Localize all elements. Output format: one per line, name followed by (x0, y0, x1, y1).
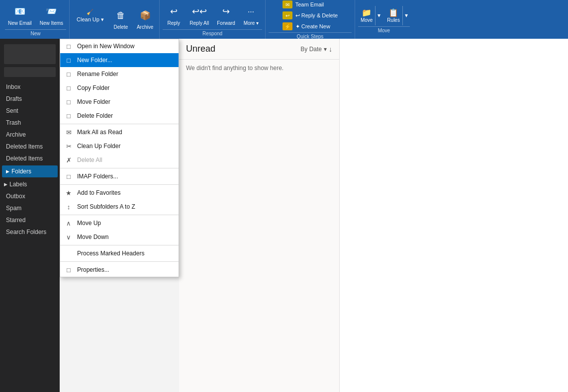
sidebar-item-search-folders[interactable]: Search Folders (0, 226, 60, 238)
rules-label: Rules (387, 17, 400, 23)
cm-item-process-marked[interactable]: Process Marked Headers (60, 246, 179, 260)
move-label: Move (361, 17, 373, 23)
email-list-header: Unread By Date ▾ ↓ (179, 39, 339, 60)
team-email-icon: ✉ (283, 0, 292, 8)
move-arrow-button[interactable]: ▾ (375, 6, 382, 25)
reply-delete-label: ↩ Reply & Delete (295, 12, 338, 19)
archive-icon: 📦 (138, 9, 152, 23)
cm-item-delete-folder[interactable]: □Delete Folder (60, 109, 179, 123)
cm-label-move-down: Move Down (77, 234, 173, 240)
team-email-label: Team Email (295, 1, 324, 7)
labels-chevron: ▶ (4, 182, 7, 187)
cm-item-clean-up-folder[interactable]: ✂Clean Up Folder (60, 139, 179, 153)
sidebar-group-folders[interactable]: ▶ Folders (2, 165, 58, 177)
cleanup-label: Clean Up ▾ (77, 16, 104, 23)
new-email-button[interactable]: 📧 New Email (5, 3, 35, 28)
cm-item-move-up[interactable]: ∧Move Up (60, 216, 179, 230)
forward-label: Forward (217, 20, 235, 26)
archive-label: Archive (6, 131, 26, 138)
cm-icon-sort-subfolders: ↕ (64, 202, 73, 211)
sidebar: Inbox Drafts Sent Trash Archive Deleted … (0, 39, 60, 392)
sidebar-item-trash[interactable]: Trash (0, 117, 60, 129)
cm-item-move-down[interactable]: ∨Move Down (60, 230, 179, 244)
sort-arrow-icon: ↓ (329, 45, 332, 53)
reply-button[interactable]: ↩ Reply (163, 3, 185, 28)
cm-label-delete-folder: Delete Folder (77, 112, 173, 119)
cm-item-properties[interactable]: □Properties... (60, 263, 179, 277)
cm-item-add-favorites[interactable]: ★Add to Favorites (60, 186, 179, 200)
cm-item-open-new-window[interactable]: □Open in New Window (60, 39, 179, 53)
ribbon-group-new: 📧 New Email 📨 New Items New (2, 0, 70, 39)
reply-label: Reply (168, 20, 181, 26)
context-menu: □Open in New Window□New Folder...□Rename… (60, 39, 179, 277)
more-label: More ▾ (244, 20, 259, 26)
sidebar-item-outbox[interactable]: Outbox (0, 190, 60, 202)
sidebar-item-sent[interactable]: Sent (0, 105, 60, 117)
sort-dropdown-icon: ▾ (324, 46, 327, 53)
cm-item-copy-folder[interactable]: □Copy Folder (60, 81, 179, 95)
context-menu-area: □Open in New Window□New Folder...□Rename… (60, 39, 179, 392)
rules-icon: 📋 (388, 8, 398, 17)
sidebar-item-deleted-1[interactable]: Deleted Items (0, 141, 60, 153)
cm-separator-after-delete-folder (60, 124, 179, 124)
sidebar-item-deleted-2[interactable]: Deleted Items (0, 153, 60, 164)
cleanup-btn-row: Clean Up ▾ (77, 16, 104, 23)
sort-label: By Date (300, 46, 322, 53)
cm-item-imap-folders[interactable]: □IMAP Folders... (60, 169, 179, 183)
starred-label: Starred (6, 217, 25, 224)
reading-pane (339, 39, 568, 392)
reply-icon: ↩ (167, 5, 181, 19)
move-main-button[interactable]: 📁 Move (358, 6, 375, 25)
team-email-step[interactable]: ✉ Team Email (280, 0, 341, 9)
reply-all-button[interactable]: ↩↩ Reply All (187, 3, 212, 28)
sidebar-item-inbox[interactable]: Inbox (0, 81, 60, 93)
archive-button[interactable]: 📦 Archive (134, 7, 156, 32)
cm-icon-move-down: ∨ (64, 233, 73, 241)
reply-delete-step[interactable]: ↩ ↩ Reply & Delete (280, 10, 341, 20)
delete-icon: 🗑 (114, 9, 128, 23)
sidebar-item-starred[interactable]: Starred (0, 214, 60, 226)
cm-separator-after-process-marked (60, 261, 179, 262)
ribbon-group-respond: ↩ Reply ↩↩ Reply All ↪ Forward ⋯ More ▾ … (160, 0, 266, 39)
cm-label-process-marked: Process Marked Headers (77, 250, 173, 257)
forward-icon: ↪ (219, 5, 233, 19)
sidebar-item-spam[interactable]: Spam (0, 202, 60, 214)
cm-item-move-folder[interactable]: □Move Folder (60, 95, 179, 109)
cm-separator-after-move-down (60, 245, 179, 245)
sort-control[interactable]: By Date ▾ ↓ (300, 45, 332, 53)
forward-button[interactable]: ↪ Forward (214, 3, 238, 28)
ribbon-group-move: 📁 Move ▾ 📋 Rules ▾ Move (355, 0, 413, 39)
sidebar-item-archive[interactable]: Archive (0, 129, 60, 141)
spam-label: Spam (6, 205, 21, 212)
reply-all-icon: ↩↩ (192, 5, 206, 19)
cm-label-copy-folder: Copy Folder (77, 84, 173, 91)
move-split: 📁 Move ▾ (358, 6, 382, 25)
cm-item-rename-folder[interactable]: □Rename Folder (60, 67, 179, 81)
cm-label-clean-up-folder: Clean Up Folder (77, 143, 173, 150)
rules-main-button[interactable]: 📋 Rules (384, 6, 402, 25)
create-new-step[interactable]: ⚡ ✦ Create New (280, 21, 341, 31)
email-list-title: Unread (186, 44, 215, 54)
cm-icon-properties: □ (64, 265, 73, 274)
inbox-label: Inbox (6, 83, 20, 90)
cm-icon-delete-folder: □ (64, 111, 73, 120)
cm-label-rename-folder: Rename Folder (77, 71, 173, 78)
cm-icon-process-marked (64, 249, 73, 258)
cm-icon-new-folder: □ (64, 56, 73, 65)
new-items-button[interactable]: 📨 New Items (37, 3, 66, 28)
cm-item-sort-subfolders[interactable]: ↕Sort Subfolders A to Z (60, 200, 179, 214)
search-folders-label: Search Folders (6, 229, 46, 235)
new-email-label: New Email (8, 20, 32, 26)
rules-arrow-button[interactable]: ▾ (402, 6, 410, 25)
more-respond-button[interactable]: ⋯ More ▾ (240, 3, 262, 28)
cm-icon-move-up: ∧ (64, 219, 73, 228)
cm-label-move-folder: Move Folder (77, 98, 173, 105)
sidebar-group-labels[interactable]: ▶ Labels (0, 178, 60, 190)
delete-button[interactable]: 🗑 Delete (110, 7, 132, 32)
sidebar-item-drafts[interactable]: Drafts (0, 93, 60, 105)
cm-item-mark-all-read[interactable]: ✉Mark All as Read (60, 125, 179, 139)
cm-item-new-folder[interactable]: □New Folder... (60, 53, 179, 67)
cleanup-dropdown-button[interactable]: 🧹 Clean Up ▾ (73, 7, 108, 25)
sidebar-account-2 (4, 67, 56, 77)
cm-item-delete-all: ✗Delete All (60, 153, 179, 167)
